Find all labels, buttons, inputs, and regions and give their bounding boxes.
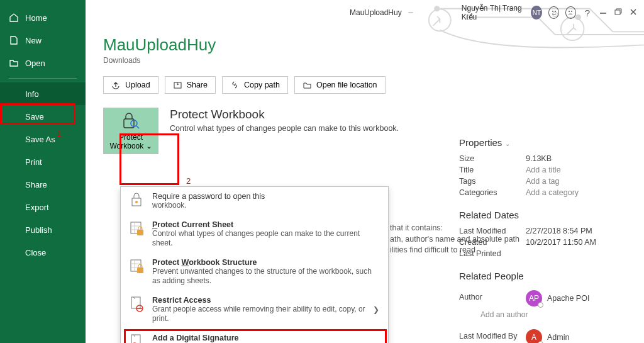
prop-title-v[interactable]: Add a title [526,166,561,174]
chevron-right-icon: ❯ [373,305,379,314]
prop-cat-k: Categories [459,188,526,197]
avatar-icon: A [526,329,542,343]
help-button[interactable]: ? [582,8,592,18]
page-location: Downloads [103,56,631,65]
dd-restrict-access[interactable]: Restrict AccessGrant people access while… [121,291,388,329]
sidebar-saveas[interactable]: Save As [0,128,86,150]
open-icon [9,58,19,68]
sidebar-publish[interactable]: Publish [0,218,86,241]
protect-desc: Control what types of changes people can… [170,124,399,133]
sidebar-label: Publish [25,225,52,235]
author-person[interactable]: AP Apache POI [526,290,589,306]
sidebar-divider [9,78,77,79]
link-icon [230,81,240,89]
sidebar-label: Share [25,180,47,189]
sidebar-label: Open [25,59,45,68]
sidebar-open[interactable]: Open [0,52,86,74]
sidebar-label: Save As [25,135,55,144]
sep-icon [408,12,413,13]
properties-heading[interactable]: Properties ⌄ [459,137,614,148]
sidebar-share[interactable]: Share [0,173,86,196]
svg-rect-19 [137,267,143,273]
restrict-icon [128,296,146,323]
sidebar-info[interactable]: Info [0,82,86,105]
svg-point-6 [552,11,553,12]
sidebar-label: New [25,36,42,45]
highlight-info [0,103,75,125]
titlebar-username: Nguyễn Thị Trang Kiều [462,4,525,21]
dd-protect-structure[interactable]: Protect Workbook StructurePrevent unwant… [121,253,388,291]
sidebar-new[interactable]: New [0,29,86,52]
action-bar: Upload Share Copy path Open file locatio… [103,76,631,94]
protect-dropdown: Require a password to open thisworkbook.… [120,186,389,343]
lock-search-icon [120,111,142,130]
backstage-sidebar: Home New Open Info Save Save As Print Sh… [0,0,86,343]
feedback-sad-icon[interactable] [565,6,576,19]
folder-icon [303,81,312,89]
sidebar-label: Home [25,13,47,23]
prop-title-k: Title [459,166,526,174]
svg-rect-17 [137,230,143,235]
highlight-signature [124,329,387,343]
upload-icon [111,81,121,89]
sidebar-export[interactable]: Export [0,196,86,218]
lock-key-icon [128,192,146,210]
new-icon [9,35,19,45]
related-dates-heading: Related Dates [459,210,614,220]
avatar-icon: AP [526,290,542,306]
svg-rect-20 [131,297,140,308]
sidebar-label: Close [25,248,46,257]
main-area: MauUploadHuy Nguyễn Thị Trang Kiều NT ? … [86,0,644,343]
modifier-person[interactable]: A Admin [526,329,569,343]
blank-icon [9,89,19,99]
protect-heading: Protect Workbook [170,108,399,121]
svg-point-7 [555,11,556,12]
prop-size-v: 9.13KB [526,154,552,163]
minimize-icon[interactable] [599,8,608,18]
annotation-1: 1 [57,129,61,138]
prop-size-k: Size [459,154,526,163]
titlebar: MauUploadHuy Nguyễn Thị Trang Kiều NT ? [350,3,638,23]
highlight-protect [119,133,179,185]
sidebar-home[interactable]: Home [0,6,86,29]
share-icon [173,81,182,89]
feedback-happy-icon[interactable] [548,6,559,19]
content: MauUploadHuy Downloads Upload Share Copy… [103,35,631,343]
svg-point-9 [571,11,572,12]
properties-panel: Properties ⌄ Size9.13KB TitleAdd a title… [459,137,614,343]
open-location-button[interactable]: Open file location [294,76,386,94]
copy-path-button[interactable]: Copy path [222,76,288,94]
restore-icon[interactable] [614,8,623,18]
titlebar-docname: MauUploadHuy [350,8,402,17]
sidebar-label: Info [25,89,39,99]
user-avatar[interactable]: NT [531,6,542,20]
annotation-2: 2 [186,176,191,186]
sheet-lock-icon [128,220,146,248]
page-title: MauUploadHuy [103,35,631,55]
dd-protect-sheet[interactable]: Protect Current SheetControl what types … [121,215,388,253]
related-people-heading: Related People [459,271,614,281]
svg-rect-10 [615,10,620,14]
sidebar-close[interactable]: Close [0,241,86,264]
share-button[interactable]: Share [165,76,216,94]
prop-cat-v[interactable]: Add a category [526,188,579,197]
chevron-down-icon: ⌄ [505,140,510,147]
prop-tags-k: Tags [459,177,526,186]
sidebar-print[interactable]: Print [0,150,86,173]
close-icon[interactable] [629,8,638,18]
upload-button[interactable]: Upload [103,76,158,94]
sidebar-label: Print [25,157,42,167]
sidebar-label: Export [25,203,49,212]
home-icon [9,13,19,23]
svg-point-8 [569,11,570,12]
structure-lock-icon [128,258,146,286]
svg-point-15 [135,201,138,203]
add-author[interactable]: Add an author [480,310,614,319]
dd-encrypt[interactable]: Require a password to open thisworkbook. [121,187,388,215]
prop-tags-v[interactable]: Add a tag [526,177,560,186]
